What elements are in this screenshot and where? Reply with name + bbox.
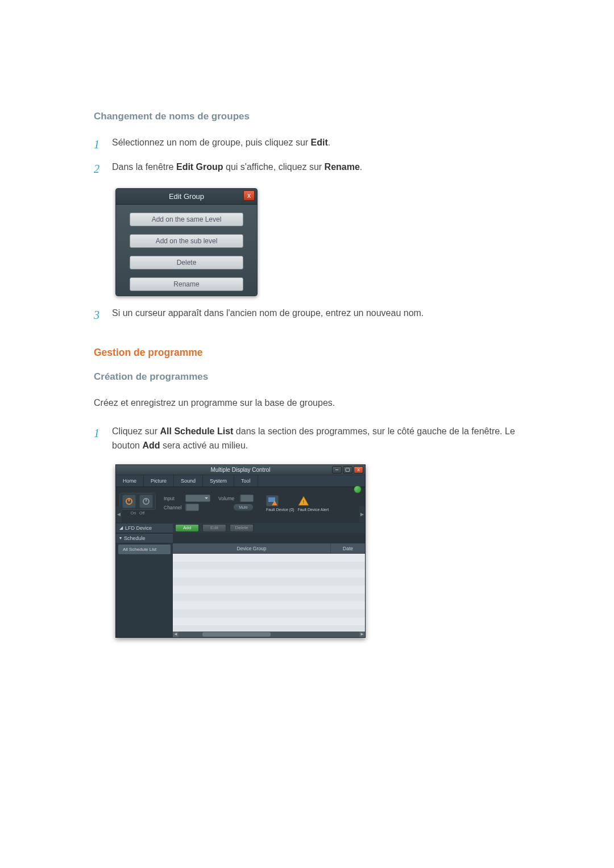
maximize-button[interactable]: ▢ bbox=[343, 466, 352, 474]
add-sub-level-button[interactable]: Add on the sub level bbox=[130, 234, 243, 248]
bold-rename: Rename bbox=[325, 162, 360, 172]
column-date[interactable]: Date bbox=[331, 543, 365, 553]
edit-button[interactable]: Edit bbox=[202, 524, 226, 532]
window-title: Multiple Display Control bbox=[210, 467, 270, 473]
close-button[interactable]: x bbox=[243, 190, 255, 201]
bold-schedule-list: All Schedule List bbox=[160, 426, 233, 436]
text: . bbox=[360, 162, 362, 172]
tree-panel: All Schedule List bbox=[116, 543, 173, 637]
step-1-schedule: 1 Cliquez sur All Schedule List dans la … bbox=[94, 425, 532, 453]
bold-edit: Edit bbox=[311, 138, 328, 147]
sidebar-lfd-label: LFD Device bbox=[125, 525, 152, 531]
bold-add: Add bbox=[142, 441, 160, 450]
list-rows bbox=[173, 554, 365, 637]
power-group bbox=[119, 493, 156, 510]
volume-label: Volume bbox=[218, 496, 238, 501]
dialog-title: Edit Group x bbox=[116, 189, 257, 205]
mdc-window: Multiple Display Control – ▢ x Home Pict… bbox=[115, 464, 366, 638]
power-off-button[interactable] bbox=[139, 495, 153, 508]
mute-button[interactable]: Mute bbox=[233, 504, 254, 511]
step-number: 3 bbox=[94, 306, 112, 324]
toolbar-area: ◄ ► On Off Input Channel bbox=[116, 487, 365, 523]
close-window-button[interactable]: x bbox=[354, 466, 363, 474]
text: . bbox=[328, 138, 330, 147]
fault-device-label: Fault Device (0) bbox=[266, 508, 294, 512]
sidebar-schedule-label: Schedule bbox=[124, 535, 146, 541]
section-heading-rename: Changement de noms de groupes bbox=[94, 111, 532, 122]
power-on-button[interactable] bbox=[122, 495, 136, 508]
step-number: 1 bbox=[94, 425, 112, 442]
sidebar-section-schedule[interactable]: ▾ Schedule bbox=[116, 533, 173, 543]
svg-text:!: ! bbox=[303, 499, 305, 505]
fault-group: Fault Device (0) ! Fault Device Alert bbox=[266, 495, 329, 512]
step-text: Si un curseur apparaît dans l'ancien nom… bbox=[112, 306, 424, 321]
text: sera activé au milieu. bbox=[160, 441, 248, 450]
step-number: 2 bbox=[94, 160, 112, 178]
channel-spinner[interactable] bbox=[185, 504, 199, 511]
input-channel-group: Input Channel bbox=[164, 495, 210, 513]
text: qui s'affiche, cliquez sur bbox=[223, 162, 325, 172]
step-number: 1 bbox=[94, 136, 112, 153]
column-device-group[interactable]: Device Group bbox=[173, 543, 331, 553]
rename-button[interactable]: Rename bbox=[130, 277, 243, 291]
tab-tool[interactable]: Tool bbox=[234, 475, 258, 487]
horizontal-scrollbar[interactable]: ◄ ► bbox=[173, 632, 365, 637]
scroll-right-arrow[interactable]: ► bbox=[359, 632, 365, 637]
power-off-label: Off bbox=[139, 511, 144, 515]
bold-editgroup: Edit Group bbox=[176, 162, 223, 172]
scroll-thumb[interactable] bbox=[202, 632, 271, 637]
subheading-create-schedule: Création de programmes bbox=[94, 371, 532, 383]
tab-system[interactable]: System bbox=[203, 475, 234, 487]
edit-group-dialog: Edit Group x Add on the same Level Add o… bbox=[115, 188, 258, 296]
tab-sound[interactable]: Sound bbox=[174, 475, 203, 487]
add-same-level-button[interactable]: Add on the same Level bbox=[130, 213, 243, 226]
delete-button[interactable]: Delete bbox=[130, 256, 243, 269]
text: Cliquez sur bbox=[112, 426, 160, 436]
step-3: 3 Si un curseur apparaît dans l'ancien n… bbox=[94, 306, 532, 324]
text: Sélectionnez un nom de groupe, puis cliq… bbox=[112, 138, 311, 147]
dialog-title-text: Edit Group bbox=[169, 192, 204, 201]
fault-device-icon[interactable] bbox=[266, 495, 279, 506]
fault-alert-label: Fault Device Alert bbox=[297, 508, 329, 512]
tab-home[interactable]: Home bbox=[116, 475, 144, 487]
add-button[interactable]: Add bbox=[175, 524, 199, 532]
step-2: 2 Dans la fenêtre Edit Group qui s'affic… bbox=[94, 160, 532, 178]
channel-label: Channel bbox=[164, 505, 183, 510]
tree-item-all-schedule[interactable]: All Schedule List bbox=[118, 545, 171, 554]
content-split: All Schedule List Device Group Date ◄ ► bbox=[116, 543, 365, 637]
input-label: Input bbox=[164, 496, 183, 501]
list-header: Device Group Date bbox=[173, 543, 365, 554]
tab-bar: Home Picture Sound System Tool bbox=[116, 475, 365, 487]
minimize-button[interactable]: – bbox=[332, 466, 342, 474]
step-1: 1 Sélectionnez un nom de groupe, puis cl… bbox=[94, 136, 532, 153]
window-buttons: – ▢ x bbox=[332, 466, 363, 474]
tab-picture[interactable]: Picture bbox=[144, 475, 174, 487]
chevron-icon: ◢ bbox=[119, 525, 123, 530]
chevron-down-icon: ▾ bbox=[119, 535, 122, 541]
step-text: Cliquez sur All Schedule List dans la se… bbox=[112, 425, 532, 453]
section-heading-schedule: Gestion de programme bbox=[94, 347, 532, 359]
volume-spinner[interactable] bbox=[240, 495, 254, 502]
window-titlebar: Multiple Display Control – ▢ x bbox=[116, 465, 365, 475]
help-icon[interactable] bbox=[354, 485, 362, 493]
sidebar-section-lfd[interactable]: ◢ LFD Device bbox=[116, 523, 173, 533]
toolbar-scroll-right[interactable]: ► bbox=[359, 506, 365, 522]
input-dropdown[interactable] bbox=[185, 495, 210, 502]
power-on-label: On bbox=[131, 511, 136, 515]
text: Dans la fenêtre bbox=[112, 162, 176, 172]
paragraph: Créez et enregistrez un programme sur la… bbox=[94, 396, 532, 410]
scroll-left-arrow[interactable]: ◄ bbox=[173, 632, 179, 637]
delete-schedule-button[interactable]: Delete bbox=[230, 524, 254, 532]
volume-group: Volume Mute bbox=[218, 495, 254, 513]
fault-alert-icon[interactable]: ! bbox=[297, 495, 310, 506]
step-text: Sélectionnez un nom de groupe, puis cliq… bbox=[112, 136, 330, 150]
list-panel: Device Group Date ◄ ► bbox=[173, 543, 365, 637]
step-text: Dans la fenêtre Edit Group qui s'affiche… bbox=[112, 160, 362, 175]
toolbar-scroll-left[interactable]: ◄ bbox=[116, 506, 122, 522]
